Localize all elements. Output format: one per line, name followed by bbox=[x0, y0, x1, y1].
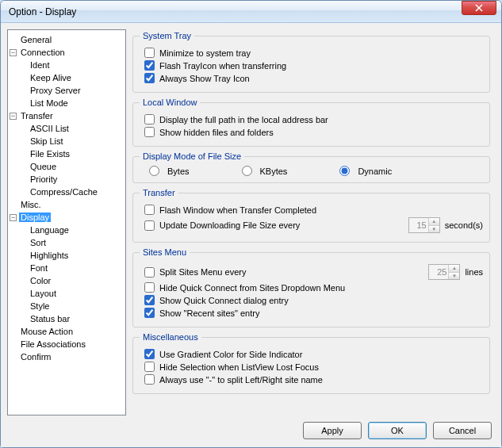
spinner-buttons[interactable]: ▲▼ bbox=[448, 265, 459, 279]
tree-layout[interactable]: Layout bbox=[10, 287, 124, 300]
apply-button[interactable]: Apply bbox=[303, 422, 362, 439]
collapse-icon[interactable]: − bbox=[10, 113, 17, 120]
tree-ident[interactable]: Ident bbox=[10, 59, 124, 71]
tree-queue[interactable]: Queue bbox=[10, 160, 124, 173]
group-transfer: Transfer Flash Window when Transfer Comp… bbox=[132, 188, 490, 243]
tree-language[interactable]: Language bbox=[10, 224, 124, 236]
chk-always-show-tray[interactable] bbox=[144, 73, 155, 83]
legend-local-window: Local Window bbox=[140, 98, 200, 107]
lbl-always-show-tray: Always Show Tray Icon bbox=[159, 74, 250, 83]
group-file-size: Display Mode of File Size Bytes KBytes D… bbox=[132, 151, 490, 183]
ok-button[interactable]: OK bbox=[368, 422, 427, 439]
lbl-minimize-tray: Minimize to system tray bbox=[159, 48, 251, 58]
chk-minimize-tray[interactable] bbox=[144, 48, 155, 58]
lbl-show-hidden: Show hidden files and folders bbox=[159, 128, 274, 137]
lbl-hide-quick-connect: Hide Quick Connect from Sites Dropdown M… bbox=[159, 283, 345, 293]
chk-update-size[interactable] bbox=[144, 220, 155, 231]
group-local-window: Local Window Display the full path in th… bbox=[132, 98, 490, 147]
group-system-tray: System Tray Minimize to system tray Flas… bbox=[132, 31, 490, 93]
chk-flash-window[interactable] bbox=[144, 205, 155, 215]
tree-confirm[interactable]: Confirm bbox=[10, 350, 124, 363]
legend-misc: Miscellaneous bbox=[140, 332, 201, 342]
tree-file-associations[interactable]: File Associations bbox=[10, 338, 124, 350]
cancel-button[interactable]: Cancel bbox=[433, 422, 492, 439]
lbl-flash-trayicon: Flash TrayIcon when transferring bbox=[159, 61, 286, 71]
spin-up-icon[interactable]: ▲ bbox=[449, 265, 459, 273]
tree-list-mode[interactable]: List Mode bbox=[10, 97, 124, 109]
tree-priority[interactable]: Priority bbox=[10, 173, 124, 186]
lbl-hide-selection: Hide Selection when ListView Lost Focus bbox=[159, 362, 319, 372]
radio-dynamic[interactable] bbox=[339, 166, 350, 176]
legend-system-tray: System Tray bbox=[140, 31, 194, 40]
tree-ascii-list[interactable]: ASCII List bbox=[10, 122, 124, 135]
spin-split-lines[interactable]: ▲▼ bbox=[428, 264, 460, 280]
tree-font[interactable]: Font bbox=[10, 262, 124, 274]
tree-sort[interactable]: Sort bbox=[10, 236, 124, 249]
legend-file-size: Display Mode of File Size bbox=[140, 151, 244, 161]
spin-update-seconds[interactable]: ▲▼ bbox=[408, 217, 440, 233]
spin-update-seconds-input[interactable] bbox=[409, 218, 428, 232]
tree-transfer[interactable]: −Transfer bbox=[10, 109, 124, 122]
lbl-seconds: second(s) bbox=[445, 220, 483, 230]
lbl-show-quick-connect: Show Quick Connect dialog entry bbox=[159, 296, 289, 305]
tree-status-bar[interactable]: Status bar bbox=[10, 312, 124, 325]
tree-display[interactable]: −Display bbox=[10, 211, 124, 224]
lbl-update-size: Update Downloading File Size every bbox=[159, 220, 300, 230]
radio-bytes[interactable] bbox=[149, 166, 159, 176]
tree-color[interactable]: Color bbox=[10, 274, 124, 287]
chk-flash-trayicon[interactable] bbox=[144, 60, 155, 71]
spinner-buttons[interactable]: ▲▼ bbox=[428, 218, 439, 232]
tree-skip-list[interactable]: Skip List bbox=[10, 135, 124, 147]
close-button[interactable] bbox=[462, 1, 496, 15]
group-misc: Miscellaneous Use Gradient Color for Sid… bbox=[132, 332, 490, 394]
lbl-dash-split: Always use "-" to split Left/Right site … bbox=[159, 375, 323, 385]
tree-highlights[interactable]: Highlights bbox=[10, 249, 124, 262]
tree-file-exists[interactable]: File Exists bbox=[10, 147, 124, 160]
content-area: General −Connection Ident Keep Alive Pro… bbox=[1, 23, 501, 447]
chk-show-recent[interactable] bbox=[144, 308, 155, 318]
tree-connection[interactable]: −Connection bbox=[10, 46, 124, 59]
tree-proxy-server[interactable]: Proxy Server bbox=[10, 84, 124, 97]
options-window: Option - Display General −Connection Ide… bbox=[0, 0, 502, 448]
chk-dash-split[interactable] bbox=[144, 374, 155, 385]
tree-misc[interactable]: Misc. bbox=[10, 198, 124, 211]
lbl-dynamic: Dynamic bbox=[358, 167, 392, 176]
radio-kbytes[interactable] bbox=[242, 166, 252, 176]
collapse-icon[interactable]: − bbox=[10, 49, 17, 56]
spin-down-icon[interactable]: ▼ bbox=[429, 226, 439, 233]
settings-panel: System Tray Minimize to system tray Flas… bbox=[131, 29, 495, 415]
lbl-split-sites: Split Sites Menu every bbox=[159, 267, 246, 277]
lbl-bytes: Bytes bbox=[167, 167, 190, 176]
lbl-kbytes: KBytes bbox=[260, 167, 288, 176]
tree-style[interactable]: Style bbox=[10, 300, 124, 312]
titlebar[interactable]: Option - Display bbox=[1, 1, 501, 23]
lbl-gradient: Use Gradient Color for Side Indicator bbox=[159, 350, 302, 359]
tree-keep-alive[interactable]: Keep Alive bbox=[10, 71, 124, 84]
collapse-icon[interactable]: − bbox=[10, 214, 17, 221]
lbl-show-recent: Show "Recent sites" entry bbox=[159, 308, 259, 318]
lbl-full-path: Display the full path in the local addre… bbox=[159, 115, 328, 124]
category-tree[interactable]: General −Connection Ident Keep Alive Pro… bbox=[7, 29, 126, 415]
group-sites-menu: Sites Menu Split Sites Menu every ▲▼ lin… bbox=[132, 247, 490, 327]
chk-split-sites[interactable] bbox=[144, 267, 155, 278]
chk-show-quick-connect[interactable] bbox=[144, 295, 155, 305]
chk-full-path[interactable] bbox=[144, 114, 155, 124]
legend-sites-menu: Sites Menu bbox=[140, 247, 190, 257]
legend-transfer: Transfer bbox=[140, 188, 178, 197]
chk-show-hidden[interactable] bbox=[144, 127, 155, 137]
window-title: Option - Display bbox=[9, 6, 462, 17]
lbl-flash-window: Flash Window when Transfer Completed bbox=[159, 205, 316, 215]
button-bar: Apply OK Cancel bbox=[7, 415, 495, 441]
lbl-lines: lines bbox=[465, 267, 483, 277]
chk-hide-selection[interactable] bbox=[144, 362, 155, 372]
spin-up-icon[interactable]: ▲ bbox=[429, 218, 439, 226]
tree-compress-cache[interactable]: Compress/Cache bbox=[10, 186, 124, 198]
tree-general[interactable]: General bbox=[10, 33, 124, 46]
chk-gradient[interactable] bbox=[144, 349, 155, 359]
tree-mouse-action[interactable]: Mouse Action bbox=[10, 325, 124, 338]
spin-split-lines-input[interactable] bbox=[429, 265, 448, 279]
chk-hide-quick-connect[interactable] bbox=[144, 282, 155, 293]
spin-down-icon[interactable]: ▼ bbox=[449, 273, 459, 280]
close-icon bbox=[475, 4, 483, 12]
